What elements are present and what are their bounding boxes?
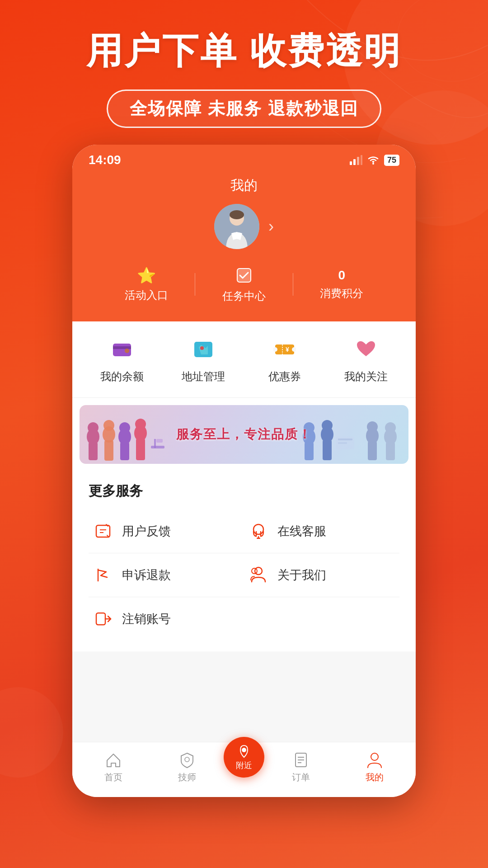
svg-point-62 (242, 748, 246, 752)
deregister-icon-wrap (93, 609, 113, 629)
service-feedback[interactable]: 用户反馈 (89, 509, 244, 553)
action-coupon[interactable]: ¥ 优惠券 (244, 335, 325, 384)
nav-nearby-label: 附近 (236, 760, 252, 771)
more-services-section: 更多服务 用户反馈 (72, 471, 416, 651)
svg-text:¥: ¥ (286, 346, 289, 353)
online-icon-wrap (249, 521, 268, 541)
empty-content-area (72, 651, 416, 742)
map-icon (192, 338, 215, 361)
service-refund[interactable]: 申诉退款 (89, 553, 244, 597)
stat-points[interactable]: 0 消费积分 (293, 268, 390, 301)
balance-icon (108, 335, 136, 364)
svg-rect-28 (120, 442, 129, 460)
service-about[interactable]: 关于我们 (244, 553, 399, 597)
svg-point-26 (103, 420, 114, 431)
nav-nearby-button[interactable]: 附近 (224, 737, 264, 778)
svg-point-9 (230, 210, 244, 219)
profile-section: 我的 › ⭐ 活动入口 (72, 172, 416, 321)
svg-rect-59 (96, 613, 105, 625)
stat-activity[interactable]: ⭐ 活动入口 (98, 266, 195, 302)
page-title: 我的 (89, 176, 399, 195)
banner-text: 服务至上，专注品质！ (176, 426, 312, 443)
tasks-icon-wrap (234, 265, 254, 285)
deregister-label: 注销账号 (122, 611, 171, 627)
points-label: 消费积分 (320, 286, 363, 301)
nav-nearby-inner: 附近 (236, 744, 252, 771)
svg-point-29 (119, 422, 130, 433)
svg-point-13 (125, 349, 129, 353)
nav-technician-label: 技师 (178, 771, 196, 783)
svg-point-15 (200, 346, 204, 350)
action-address[interactable]: 地址管理 (163, 335, 244, 384)
action-favorite[interactable]: 我的关注 (325, 335, 407, 384)
favorite-icon (352, 335, 380, 364)
profile-row: › (89, 204, 399, 249)
svg-rect-35 (156, 439, 163, 443)
about-label: 关于我们 (277, 567, 326, 583)
svg-rect-34 (154, 439, 156, 448)
svg-rect-3 (353, 159, 356, 165)
svg-point-41 (322, 420, 333, 431)
nav-home[interactable]: 首页 (77, 751, 150, 783)
more-services-title: 更多服务 (89, 482, 399, 500)
stats-row: ⭐ 活动入口 任务中心 0 消费积分 (89, 265, 399, 303)
svg-rect-2 (350, 161, 352, 165)
battery-indicator: 75 (384, 155, 399, 166)
svg-rect-56 (257, 538, 260, 539)
nav-orders-label: 订单 (292, 771, 310, 783)
nav-orders[interactable]: 订单 (264, 751, 338, 783)
status-bar: 14:09 75 (72, 145, 416, 172)
favorite-label: 我的关注 (344, 369, 388, 384)
svg-point-23 (88, 422, 99, 433)
balance-label: 我的余额 (100, 369, 144, 384)
svg-point-32 (135, 419, 146, 429)
heart-icon (355, 338, 377, 361)
svg-rect-12 (113, 346, 131, 349)
coupon-label: 优惠券 (268, 369, 301, 384)
service-deregister[interactable]: 注销账号 (89, 597, 244, 641)
feedback-icon (94, 523, 112, 540)
orders-icon (292, 751, 310, 769)
service-banner[interactable]: 服务至上，专注品质！ (80, 405, 408, 464)
quick-actions: 我的余额 地址管理 ¥ 优惠券 (72, 321, 416, 398)
feedback-icon-wrap (93, 521, 113, 541)
wifi-icon (367, 155, 380, 165)
location-center-icon (237, 744, 251, 758)
svg-point-6 (372, 163, 374, 165)
profile-chevron[interactable]: › (268, 217, 274, 236)
svg-point-67 (371, 753, 378, 760)
nav-technician[interactable]: 技师 (150, 751, 224, 783)
svg-rect-25 (104, 440, 113, 461)
tasks-label: 任务中心 (222, 289, 266, 303)
status-time: 14:09 (89, 153, 121, 167)
service-online[interactable]: 在线客服 (244, 509, 399, 553)
svg-rect-49 (386, 442, 395, 460)
logout-icon (94, 610, 112, 627)
service-grid: 用户反馈 在线客服 (89, 509, 399, 641)
headset-icon (250, 523, 267, 540)
avatar[interactable] (214, 204, 259, 249)
signal-icon (350, 155, 362, 165)
activity-icon: ⭐ (137, 266, 156, 284)
coupon-icon: ¥ (270, 335, 299, 364)
svg-point-47 (367, 421, 378, 432)
svg-point-61 (185, 757, 189, 762)
svg-point-54 (253, 524, 263, 534)
svg-rect-33 (151, 446, 164, 448)
bg-circle-3 (0, 687, 63, 778)
points-number: 0 (338, 268, 346, 283)
action-balance[interactable]: 我的余额 (81, 335, 163, 384)
about-icon (250, 566, 267, 584)
svg-rect-44 (338, 442, 347, 444)
bottom-nav: 首页 技师 附近 订单 (72, 742, 416, 797)
nav-home-label: 首页 (104, 771, 122, 783)
stat-tasks[interactable]: 任务中心 (195, 265, 292, 303)
svg-rect-22 (89, 442, 98, 460)
svg-point-50 (385, 422, 396, 433)
phone-mockup: 14:09 75 我的 (72, 145, 416, 797)
nav-mine[interactable]: 我的 (338, 751, 412, 783)
tasks-icon (235, 267, 253, 284)
wallet-icon (111, 338, 133, 361)
avatar-image (214, 204, 259, 249)
ticket-icon: ¥ (273, 338, 296, 361)
